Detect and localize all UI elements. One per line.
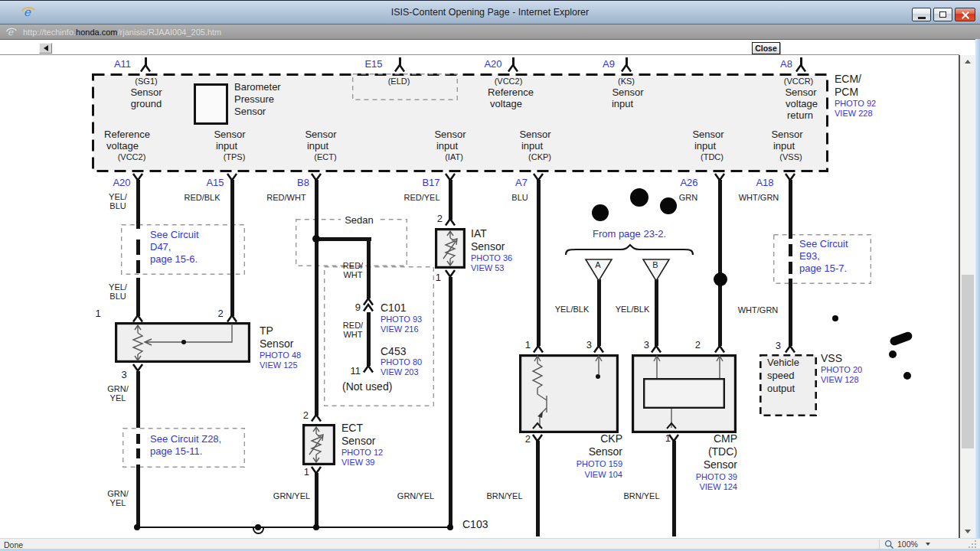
ecm-col2-line1: Sensor [214, 129, 245, 140]
resize-grip[interactable] [968, 540, 977, 549]
vss-pin-3: 3 [776, 341, 781, 351]
zoom-level: 100% [897, 540, 918, 549]
iat-photo: PHOTO 36 [471, 254, 512, 263]
cmp-name-line3: Sensor [704, 459, 737, 471]
ecm-col5-line1: Sensor [519, 129, 550, 140]
vss-box-line3: output [767, 383, 795, 394]
sg1-line2: ground [131, 99, 162, 109]
terminal-fork-icon [394, 64, 406, 73]
vcc2-top-code: (VCC2) [495, 77, 523, 86]
address-bar[interactable]: e http://techinfo.honda.com/rjanisis/RJA… [0, 24, 980, 40]
pin-a18: A18 [756, 178, 773, 188]
pin-b17: B17 [422, 178, 439, 188]
wire-redwht-3b: WHT [343, 331, 362, 340]
terminal-fork-icon [620, 64, 632, 73]
ink-spot [630, 188, 648, 207]
zoom-control[interactable]: 100% [884, 539, 930, 549]
ckp-view: VIEW 104 [584, 471, 622, 480]
ink-spot [714, 272, 727, 286]
wiring-diagram: A11E15A20A9A8(SG1)SensorgroundBarometerP… [0, 1, 980, 551]
pin-a7: A7 [515, 178, 528, 188]
wire-segment [136, 260, 140, 273]
vertical-scrollbar[interactable] [960, 55, 975, 538]
terminal-fork-icon [310, 466, 322, 474]
terminal-fork-icon [444, 173, 456, 181]
wire-yelblk-2: YEL/BLK [616, 305, 650, 315]
url-text[interactable]: http://techinfo.honda.com/rjanisis/RJAAI… [23, 28, 221, 37]
minimize-button[interactable] [912, 8, 931, 21]
wire-segment [789, 262, 792, 274]
toolbar-divider [0, 54, 959, 55]
title-bar: e ISIS-Content Opening Page - Internet E… [0, 1, 980, 24]
maximize-button[interactable] [933, 8, 952, 21]
terminal-fork-icon [532, 345, 544, 354]
status-bar: Done 100% [0, 538, 980, 549]
junction-dot [312, 235, 320, 243]
ecm-col5-code: (CKP) [528, 153, 551, 162]
ecm-name-line1: ECM/ [835, 73, 861, 85]
triangle-a-label: A [595, 261, 600, 270]
wire-segment [655, 279, 658, 346]
terminal-fork-icon [714, 345, 726, 354]
ink-spot [592, 204, 609, 221]
ecm-col3-code: (ECT) [314, 153, 336, 162]
back-button[interactable] [39, 43, 52, 54]
vccr-line1: Sensor [785, 87, 816, 98]
terminal-fork-icon [795, 64, 807, 73]
note-d47-line3: page 15-6. [150, 254, 198, 265]
ecm-col3-line1: Sensor [305, 129, 336, 140]
terminal-fork-icon [593, 345, 605, 354]
wire-segment [136, 180, 140, 229]
note-from-page: From page 23-2. [593, 229, 666, 240]
wire-yelblu-2b: BLU [109, 292, 126, 302]
vcc2-top-line2: voltage [490, 99, 522, 109]
tp-photo: PHOTO 48 [260, 351, 301, 360]
ckp-pin-2: 2 [525, 434, 531, 445]
pin-a20: A20 [113, 178, 130, 188]
page-close-button[interactable]: Close [752, 42, 780, 54]
eld-code: (ELD) [388, 77, 410, 86]
junction-dot [447, 524, 453, 530]
scrollbar-thumb[interactable] [962, 275, 974, 448]
vss-view: VIEW 128 [821, 376, 859, 385]
wire-segment [136, 465, 140, 527]
sg1-code: (SG1) [135, 77, 157, 86]
wire-segment [718, 180, 722, 346]
pin-a26: A26 [680, 178, 697, 188]
ecm-name-line2: PCM [835, 86, 858, 98]
tp-sensor-symbol [115, 322, 250, 363]
wire-yelblk-1: YEL/BLK [555, 305, 590, 315]
tp-pin-2: 2 [217, 308, 223, 319]
vss-box-line1: Vehicle [767, 357, 799, 368]
scroll-down-button[interactable] [960, 525, 975, 538]
minimize-icon [918, 17, 926, 19]
wire-segment [315, 473, 318, 527]
wire-grnyel-2b: YEL [110, 499, 126, 508]
ecm-col4-code: (IAT) [445, 153, 463, 162]
wire-brnyel-1: BRN/YEL [486, 492, 522, 501]
junction-dot [313, 524, 319, 530]
close-window-button[interactable] [955, 8, 975, 21]
wire-yelblu-1b: BLU [109, 202, 126, 211]
wire-segment [537, 180, 541, 346]
iat-name-line2: Sensor [471, 241, 505, 253]
wire-segment [137, 527, 452, 528]
wire-grnyel-4: GRN/YEL [397, 492, 434, 501]
scroll-up-button[interactable] [960, 55, 975, 68]
ecm-col6-line1: Sensor [692, 129, 724, 140]
barometer-sensor-box [194, 83, 228, 125]
ink-spot [832, 315, 838, 321]
c453-view: VIEW 203 [381, 368, 419, 377]
cmp-pin-1: 1 [665, 433, 671, 444]
ecm-col6-line2: input [694, 141, 716, 152]
wire-segment [672, 441, 676, 536]
ecm-col1-code: (VCC2) [118, 153, 146, 162]
wire-segment [367, 312, 371, 366]
wire-brnyel-2: BRN/YEL [623, 492, 659, 501]
cmp-pin-3: 3 [644, 340, 649, 350]
ecm-col7-line1: Sensor [771, 129, 802, 140]
pin-a15: A15 [206, 178, 224, 188]
cmp-view: VIEW 124 [699, 483, 737, 492]
terminal-fork-icon [507, 64, 519, 73]
terminal-fork-icon [139, 64, 152, 73]
